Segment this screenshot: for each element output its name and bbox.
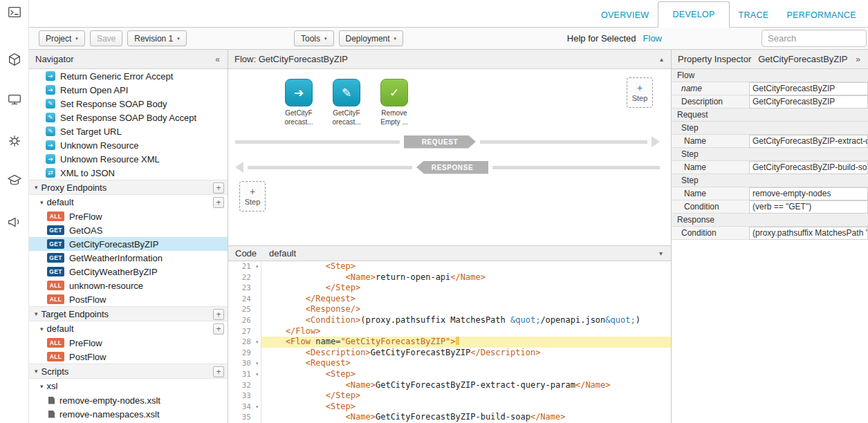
code-line[interactable]: 35 <Name>GetCityForecastByZIP-build-soap… <box>228 412 671 423</box>
code-token: </Flow> <box>266 326 320 336</box>
code-line[interactable]: 31▾ <Step> <box>228 369 671 380</box>
property-label: Condition <box>672 202 749 212</box>
fold-toggle-icon[interactable]: ▾ <box>251 369 259 380</box>
code-token: </Step> <box>266 283 360 292</box>
verb-badge: GET <box>47 267 64 276</box>
add-request-step-button[interactable]: + Step <box>627 77 653 108</box>
policy-item[interactable]: ✎ Set Target URL <box>29 124 228 138</box>
add-script-button[interactable]: + <box>213 366 224 377</box>
line-gutter: 25 <box>228 304 261 315</box>
add-response-step-button[interactable]: + Step <box>239 181 266 212</box>
script-file-item[interactable]: remove-empty-nodes.xslt <box>29 393 228 407</box>
policy-item[interactable]: ➔ Return Open API <box>29 83 228 97</box>
top-tab[interactable]: OVERVIEW <box>592 2 658 27</box>
target-flow-item[interactable]: ALL PreFlow <box>29 336 228 350</box>
property-value-field[interactable]: GetCityForecastByZIP <box>749 95 868 109</box>
code-line[interactable]: 26 <Condition>(proxy.pathsuffix MatchesP… <box>228 315 671 326</box>
code-line[interactable]: 33 </Step> <box>228 391 671 402</box>
revision-menu-button[interactable]: Revision 1▾ <box>127 30 187 46</box>
flow-step[interactable]: ✓ RemoveEmpty ... <box>375 79 414 126</box>
code-line[interactable]: 27 </Flow> <box>228 326 671 337</box>
collapse-inspector-icon[interactable]: » <box>854 55 862 64</box>
property-value-field[interactable]: remove-empty-nodes <box>749 187 868 200</box>
code-line[interactable]: 34▾ <Step> <box>228 402 671 413</box>
add-target-flow-button[interactable]: + <box>213 323 224 335</box>
code-line[interactable]: 22 <Name>return-open-api</Name> <box>228 272 671 283</box>
code-line[interactable]: 23 </Step> <box>228 283 671 294</box>
caret-down-icon: ▾ <box>394 36 397 41</box>
code-line[interactable]: 28▾ <Flow name="GetCityForecastByZIP"> <box>228 337 671 348</box>
code-line[interactable]: 24 </Request> <box>228 294 671 305</box>
property-label: Flow <box>672 70 749 80</box>
proxy-flow-item[interactable]: ALL unknown-resource <box>29 279 228 292</box>
fold-toggle-icon[interactable]: ▾ <box>251 358 259 369</box>
code-line[interactable]: 25 <Response/> <box>228 304 671 315</box>
add-proxy-flow-button[interactable]: + <box>213 197 224 208</box>
proxy-flow-item[interactable]: GET GetOAS <box>29 223 228 237</box>
collapse-navigator-icon[interactable]: « <box>214 55 221 64</box>
deployment-menu-button[interactable]: Deployment▾ <box>339 30 404 46</box>
api-package-button[interactable] <box>6 51 23 68</box>
fold-toggle-icon[interactable]: ▾ <box>251 261 259 272</box>
top-tab[interactable]: DEVELOP <box>658 1 729 28</box>
top-tab[interactable]: PERFORMANCE <box>777 2 865 27</box>
policy-item[interactable]: ⇄ XML to JSON <box>29 166 228 180</box>
proxy-flow-item[interactable]: GET GetWeatherInformation <box>29 251 228 265</box>
add-target-endpoint-button[interactable]: + <box>213 309 224 320</box>
fold-toggle-icon[interactable]: ▾ <box>251 337 259 348</box>
property-value-field[interactable]: (verb == "GET") <box>749 200 868 214</box>
group-label: default <box>47 197 74 207</box>
code-line[interactable]: 30▾ <Request> <box>228 358 671 369</box>
devportal-button[interactable] <box>6 91 23 108</box>
policy-item[interactable]: ➔ Return Generic Error Accept <box>29 69 228 83</box>
learn-button[interactable] <box>6 172 23 189</box>
code-editor[interactable]: 21▾ <Step> 22 <Name>return-open-api</Nam… <box>228 261 671 423</box>
add-proxy-endpoint-button[interactable]: + <box>213 182 224 194</box>
admin-button[interactable] <box>6 133 23 149</box>
section-proxy-endpoints[interactable]: ▾ Proxy Endpoints + <box>29 180 228 195</box>
code-line[interactable]: 29 <Description>GetCityForecastByZIP</De… <box>228 348 671 359</box>
line-number: 25 <box>242 304 251 315</box>
target-flow-item[interactable]: ALL PostFlow <box>29 350 228 364</box>
code-subtitle: default <box>269 248 296 258</box>
help-flow-link[interactable]: Flow <box>643 33 662 44</box>
property-value-field[interactable]: GetCityForecastByZIP-extract-qu <box>749 135 868 148</box>
section-target-endpoints[interactable]: ▾ Target Endpoints + <box>29 306 228 321</box>
top-tab[interactable]: TRACE <box>730 2 778 27</box>
flow-step[interactable]: ➔ GetCityForecast... <box>279 79 318 126</box>
line-gutter: 34▾ <box>228 402 261 413</box>
section-scripts[interactable]: ▾ Scripts + <box>29 364 228 379</box>
center-panel: Flow: GetCityForecastByZIP ▴ ➔ GetCityFo… <box>228 50 671 423</box>
target-endpoint-default[interactable]: ▾ default + <box>29 321 228 336</box>
expand-code-icon[interactable]: ▾ <box>658 250 664 257</box>
proxy-flow-item[interactable]: ALL PostFlow <box>29 292 228 306</box>
property-value-field[interactable]: (proxy.pathsuffix MatchesPath "/c <box>749 227 868 240</box>
verb-badge: GET <box>47 253 64 263</box>
line-gutter: 27 <box>228 326 261 337</box>
announcements-button[interactable] <box>6 214 23 230</box>
policy-item[interactable]: ➔ Unknown Resource <box>29 138 228 152</box>
scripts-group-xsl[interactable]: ▾ xsl <box>29 379 228 393</box>
proxy-flow-item[interactable]: GET GetCityWeatherByZIP <box>29 265 228 279</box>
fold-toggle-icon[interactable]: ▾ <box>251 402 259 413</box>
proxy-flow-item[interactable]: ALL PreFlow <box>29 209 228 223</box>
policy-item[interactable]: ➔ Unknown Resource XML <box>29 152 228 166</box>
policy-item[interactable]: ✎ Set Response SOAP Body Accept <box>29 111 228 124</box>
flow-step[interactable]: ✎ GetCityForecast... <box>327 79 366 126</box>
project-menu-button[interactable]: Project▾ <box>39 30 85 46</box>
property-value-field[interactable]: GetCityForecastByZIP <box>749 82 868 95</box>
code-line[interactable]: 21▾ <Step> <box>228 261 671 272</box>
script-file-item[interactable]: remove-namespaces.xslt <box>29 407 228 421</box>
proxy-endpoint-default[interactable]: ▾ default + <box>29 195 228 209</box>
save-button[interactable]: Save <box>90 30 122 46</box>
proxy-flow-item[interactable]: GET GetCityForecastByZIP <box>29 237 228 251</box>
property-value-field[interactable]: GetCityForecastByZIP-build-soap <box>749 161 868 174</box>
search-input[interactable] <box>761 30 867 47</box>
collapse-flow-icon[interactable]: ▴ <box>658 55 665 63</box>
tools-menu-button[interactable]: Tools▾ <box>294 30 334 46</box>
api-package-icon <box>7 52 22 67</box>
policy-item[interactable]: ✎ Set Response SOAP Body <box>29 97 228 111</box>
code-line[interactable]: 32 <Name>GetCityForecastByZIP-extract-qu… <box>228 380 671 391</box>
terminal-button[interactable] <box>6 4 23 21</box>
flow-label: PreFlow <box>69 212 102 222</box>
